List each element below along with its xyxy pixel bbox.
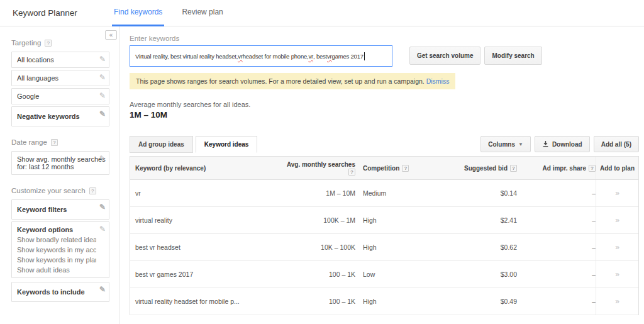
edit-pencil-icon[interactable]: ✎ <box>99 55 106 64</box>
avg-searches-cell: 100 – 1K <box>280 271 355 278</box>
sidebar-item-negative-keywords[interactable]: Negative keywords ✎ <box>11 106 109 126</box>
add-to-plan-icon[interactable]: » <box>615 297 619 306</box>
add-to-plan-cell: » <box>596 234 638 260</box>
columns-label: Columns <box>488 141 515 148</box>
input-text-misspelled: vr <box>238 53 243 60</box>
input-text: , best <box>313 53 327 60</box>
download-button[interactable]: Download <box>535 136 590 152</box>
col-header-keyword: Keyword (by relevance) <box>130 165 280 172</box>
keyword-option: Show broadly related ideas <box>17 236 96 243</box>
competition-cell: Medium <box>355 189 441 197</box>
competition-cell: High <box>355 298 441 305</box>
competition-cell: High <box>355 243 441 251</box>
help-icon[interactable]: ? <box>45 40 52 47</box>
keywords-input-row: Virtual reality, best virtual reality he… <box>130 45 639 67</box>
tab-keyword-ideas[interactable]: Keyword ideas <box>196 136 258 153</box>
download-label: Download <box>552 141 582 148</box>
suggested-bid-cell: $2.41 <box>441 216 517 224</box>
avg-searches-value: 1M – 10M <box>130 110 639 120</box>
targeting-label: Targeting <box>11 39 41 47</box>
ad-impr-share-cell: – <box>517 216 596 224</box>
chevron-down-icon: ▼ <box>518 142 523 147</box>
keyword-cell: best vr headset <box>130 243 280 251</box>
sidebar-item-all-languages[interactable]: All languages ✎ <box>11 70 109 86</box>
keyword-option: Show keywords in my plan <box>17 256 96 264</box>
edit-pencil-icon[interactable]: ✎ <box>99 285 106 294</box>
customize-search-title: Customize your search ? <box>11 187 109 194</box>
col-header-ad-impr-share: Ad impr. share ? <box>517 165 596 172</box>
columns-button[interactable]: Columns ▼ <box>480 136 531 152</box>
keyword-cell: virtual reality headset for mobile p... <box>130 298 280 305</box>
sidebar-item-keyword-filters[interactable]: Keyword filters ✎ <box>11 199 109 220</box>
enter-keywords-label: Enter keywords <box>130 35 639 42</box>
app-header: Keyword Planner Find keywords Review pla… <box>0 0 644 26</box>
tab-find-keywords[interactable]: Find keywords <box>112 0 164 26</box>
table-row: best vr headset 10K – 100K High $0.62 – … <box>130 234 638 261</box>
customize-search-section: Customize your search ? Keyword filters … <box>11 187 109 302</box>
sidebar-item-keywords-to-include[interactable]: Keywords to include ✎ <box>11 282 109 302</box>
add-all-button[interactable]: Add all (5) <box>594 136 639 152</box>
targeting-section: Targeting ? All locations ✎ All language… <box>11 39 109 126</box>
dismiss-link[interactable]: Dismiss <box>426 77 450 85</box>
keywords-input[interactable]: Virtual reality, best virtual reality he… <box>130 45 392 67</box>
sidebar: « Targeting ? All locations ✎ All langua… <box>0 26 119 324</box>
add-to-plan-icon[interactable]: » <box>615 216 619 225</box>
edit-pencil-icon[interactable]: ✎ <box>99 225 106 233</box>
add-to-plan-icon[interactable]: » <box>615 270 619 279</box>
col-header-suggested-bid: Suggested bid ? <box>441 165 517 172</box>
avg-searches-cell: 1M – 10M <box>280 189 355 197</box>
suggested-bid-cell: $0.49 <box>441 298 517 305</box>
keyword-options-label: Keyword options <box>17 226 96 233</box>
keyword-option: Show keywords in my account <box>17 246 96 254</box>
help-icon[interactable]: ? <box>89 187 96 194</box>
keyword-ideas-table: Keyword (by relevance) Avg. monthly sear… <box>130 156 639 315</box>
google-label: Google <box>17 92 39 100</box>
add-to-plan-icon[interactable]: » <box>615 189 619 198</box>
ad-impr-share-cell: – <box>517 271 596 278</box>
add-to-plan-cell: » <box>596 180 638 206</box>
keyword-filters-label: Keyword filters <box>17 206 67 213</box>
targeting-title: Targeting ? <box>11 39 109 47</box>
modify-search-button[interactable]: Modify search <box>484 47 541 65</box>
help-icon[interactable]: ? <box>402 165 409 172</box>
sidebar-item-google[interactable]: Google ✎ <box>11 88 109 104</box>
customize-search-label: Customize your search <box>11 187 86 194</box>
help-icon[interactable]: ? <box>348 169 355 176</box>
sidebar-item-keyword-options[interactable]: Keyword options Show broadly related ide… <box>11 221 109 278</box>
sidebar-collapse-icon[interactable]: « <box>105 30 117 40</box>
avg-monthly-searches-label: Avg. monthly searches <box>287 161 355 168</box>
add-to-plan-icon[interactable]: » <box>615 243 619 252</box>
download-icon <box>542 140 549 148</box>
col-header-competition: Competition ? <box>355 165 441 172</box>
edit-pencil-icon[interactable]: ✎ <box>99 73 106 82</box>
help-icon[interactable]: ? <box>589 165 596 172</box>
ad-impr-share-cell: – <box>517 243 596 251</box>
tab-review-plan[interactable]: Review plan <box>180 0 225 26</box>
edit-pencil-icon[interactable]: ✎ <box>99 91 106 100</box>
suggested-bid-cell: $0.14 <box>441 189 517 197</box>
input-text-misspelled: vr <box>327 53 332 60</box>
keyword-option: Show adult ideas <box>17 266 96 274</box>
edit-pencil-icon[interactable]: ✎ <box>99 109 106 118</box>
ad-impr-share-cell: – <box>517 298 596 305</box>
tab-ad-group-ideas[interactable]: Ad group ideas <box>130 136 193 153</box>
table-header-row: Keyword (by relevance) Avg. monthly sear… <box>130 157 638 180</box>
sidebar-item-date-range[interactable]: Show avg. monthly searches for: last 12 … <box>11 151 109 175</box>
help-icon[interactable]: ? <box>51 139 58 146</box>
edit-pencil-icon[interactable]: ✎ <box>99 203 106 211</box>
table-row: virtual reality 100K – 1M High $2.41 – » <box>130 207 638 234</box>
col-header-add-to-plan: Add to plan <box>596 157 638 179</box>
input-text: headset for mobile phone, <box>243 53 309 60</box>
edit-pencil-icon[interactable]: ✎ <box>99 154 106 163</box>
date-range-section: Date range ? Show avg. monthly searches … <box>11 138 109 175</box>
help-icon[interactable]: ? <box>510 165 517 172</box>
avg-searches-cell: 100 – 1K <box>280 298 355 305</box>
get-search-volume-button[interactable]: Get search volume <box>409 47 480 65</box>
nav-tabs: Find keywords Review plan <box>112 0 241 26</box>
table-row: vr 1M – 10M Medium $0.14 – » <box>130 180 638 207</box>
avg-searches-label: Average monthly searches for all ideas. <box>130 101 639 108</box>
avg-searches-cell: 10K – 100K <box>280 243 355 251</box>
date-range-value-line2: for: last 12 months <box>17 163 96 170</box>
sidebar-item-all-locations[interactable]: All locations ✎ <box>11 52 109 68</box>
text-cursor <box>364 52 365 60</box>
